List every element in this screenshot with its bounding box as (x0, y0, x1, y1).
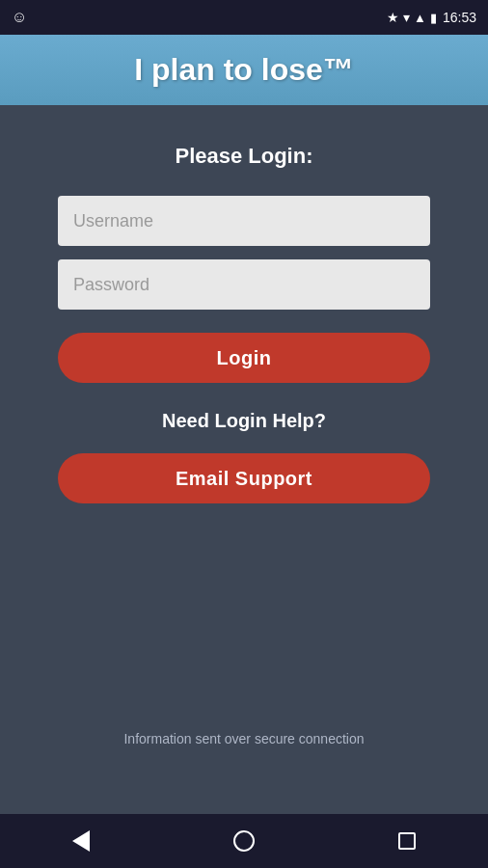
password-input[interactable] (58, 259, 430, 310)
app-header: I plan to lose™ (0, 35, 488, 105)
bottom-navigation (0, 814, 488, 868)
home-icon (233, 830, 255, 852)
email-support-button[interactable]: Email Support (58, 453, 430, 503)
wifi-icon: ▾ (403, 10, 410, 25)
back-icon (72, 830, 90, 852)
star-icon: ★ (387, 10, 399, 25)
status-icons: ★ ▾ ▲ ▮ (387, 10, 437, 25)
status-bar-left: ☺ (12, 9, 27, 26)
secure-connection-text: Information sent over secure connection (0, 731, 488, 746)
android-icon: ☺ (12, 9, 27, 26)
username-input[interactable] (58, 196, 430, 246)
home-button[interactable] (204, 821, 284, 861)
login-heading: Please Login: (175, 144, 312, 169)
need-login-help-text: Need Login Help? (162, 410, 326, 432)
battery-icon: ▮ (430, 11, 437, 25)
signal-icon: ▲ (414, 11, 426, 25)
recents-icon (398, 832, 416, 850)
back-button[interactable] (43, 821, 119, 861)
app-title: I plan to lose™ (19, 52, 469, 88)
login-button[interactable]: Login (58, 333, 430, 383)
status-bar-right: ★ ▾ ▲ ▮ 16:53 (387, 10, 476, 25)
main-content: Please Login: Login Need Login Help? Ema… (0, 105, 488, 814)
status-time: 16:53 (443, 10, 476, 25)
recents-button[interactable] (369, 823, 445, 859)
status-bar: ☺ ★ ▾ ▲ ▮ 16:53 (0, 0, 488, 35)
